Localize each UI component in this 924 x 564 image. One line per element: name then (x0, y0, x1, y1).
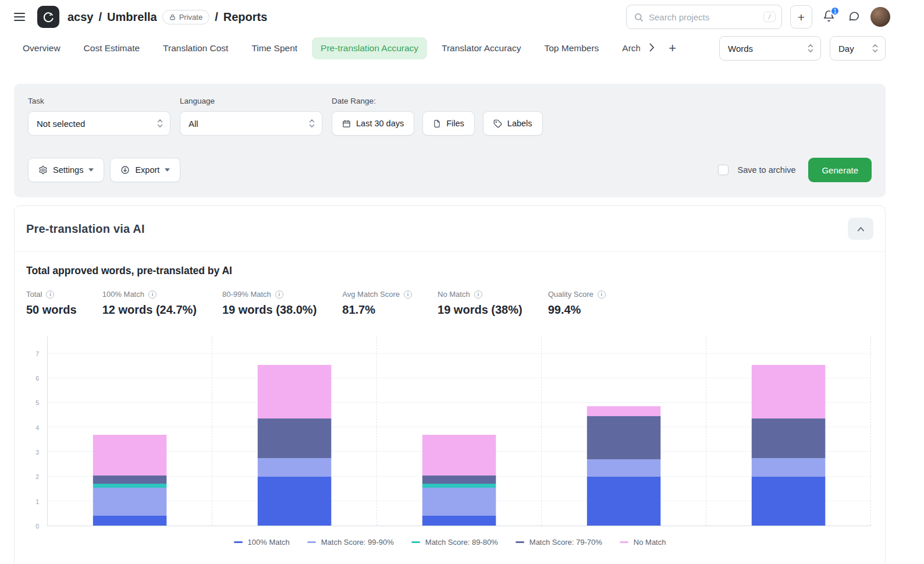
chevron-right-icon (649, 43, 655, 52)
topbar-actions: / + 1 (626, 5, 890, 29)
chart-legend: 100% MatchMatch Score: 99-90%Match Score… (26, 538, 873, 547)
legend-item-match-score-89-80[interactable]: Match Score: 89-80% (411, 538, 498, 547)
language-label: Language (180, 97, 322, 105)
bar-segment-100-match (422, 516, 496, 526)
tab-time-spent[interactable]: Time Spent (243, 37, 306, 59)
stat-no-match: No Matchi19 words (38%) (438, 290, 523, 317)
tab-translator-accuracy[interactable]: Translator Accuracy (433, 37, 529, 59)
stat-label: No Matchi (438, 290, 523, 299)
stacked-bar-3[interactable] (422, 336, 496, 526)
stat-value: 81.7% (342, 303, 412, 317)
y-tick-label: 6 (35, 375, 39, 382)
stat-100-match: 100% Matchi12 words (24.7%) (102, 290, 197, 317)
info-icon[interactable]: i (598, 290, 606, 299)
date-range-group: Date Range: Last 30 days Files Labels (332, 97, 543, 136)
save-to-archive-checkbox[interactable] (718, 165, 728, 175)
unit-select-value: Words (728, 44, 753, 54)
stat-value: 19 words (38.0%) (222, 303, 317, 317)
chart-subtitle: Total approved words, pre-translated by … (26, 265, 873, 277)
tab-pre-translation-accuracy[interactable]: Pre-translation Accuracy (312, 37, 427, 59)
report-card-body: Total approved words, pre-translated by … (15, 252, 885, 547)
stat-value: 99.4% (548, 303, 606, 317)
app-logo[interactable] (37, 6, 59, 28)
legend-item-match-score-79-70[interactable]: Match Score: 79-70% (516, 538, 602, 547)
info-icon[interactable]: i (275, 290, 283, 299)
private-badge: Private (162, 10, 209, 24)
stat-value: 19 words (38%) (438, 303, 523, 317)
notifications-button[interactable]: 1 (820, 8, 837, 26)
filter-row-1: Task Not selected Language All Date Rang… (28, 97, 872, 136)
bar-segment-100-match (752, 477, 826, 526)
breadcrumb-org[interactable]: acsy (67, 10, 94, 24)
info-icon[interactable]: i (148, 290, 157, 299)
unit-select[interactable]: Words (719, 36, 821, 61)
info-icon[interactable]: i (46, 290, 54, 299)
bar-segment-match-score-79-70 (258, 418, 332, 458)
bar-segment-match-score-99-90 (93, 488, 167, 516)
export-button[interactable]: Export (110, 158, 180, 182)
stat-label: Quality Scorei (548, 290, 606, 299)
files-button[interactable]: Files (422, 111, 475, 136)
stacked-bar-1[interactable] (93, 336, 167, 526)
updown-caret-icon (309, 119, 315, 128)
search-icon (634, 12, 644, 22)
legend-swatch (307, 541, 316, 543)
legend-swatch (516, 541, 524, 543)
legend-label: Match Score: 79-70% (529, 538, 602, 547)
stat-value: 50 words (26, 303, 77, 317)
info-icon[interactable]: i (474, 290, 482, 299)
tag-icon (493, 119, 502, 128)
create-button[interactable]: + (790, 5, 812, 29)
tab-arch[interactable]: Arch (613, 37, 640, 59)
labels-button[interactable]: Labels (483, 111, 543, 136)
bar-segment-no-match (587, 406, 661, 416)
chart-slot-3 (377, 336, 542, 526)
bar-segment-match-score-99-90 (752, 458, 826, 477)
messages-button[interactable] (845, 8, 862, 26)
task-select[interactable]: Not selected (28, 111, 170, 136)
logo-icon (42, 10, 55, 23)
chart-slot-1 (48, 336, 212, 526)
language-select[interactable]: All (180, 111, 322, 136)
legend-item-match-score-99-90[interactable]: Match Score: 99-90% (307, 538, 394, 547)
settings-button[interactable]: Settings (28, 158, 104, 182)
info-icon[interactable]: i (404, 290, 412, 299)
caret-down-icon (88, 168, 94, 172)
chart-slot-2 (212, 336, 377, 526)
search-shortcut-hint: / (763, 12, 776, 22)
tabs-overflow-button[interactable] (646, 40, 658, 57)
file-icon (433, 119, 441, 128)
chart-plot-area (47, 336, 871, 526)
bar-segment-no-match (258, 365, 332, 419)
period-select[interactable]: Day (830, 36, 886, 61)
generate-button[interactable]: Generate (808, 158, 872, 182)
tab-translation-cost[interactable]: Translation Cost (154, 37, 237, 59)
hamburger-menu-button[interactable] (14, 9, 29, 24)
search-box[interactable]: / (626, 5, 782, 29)
settings-button-label: Settings (53, 165, 83, 175)
search-input[interactable] (649, 12, 758, 22)
date-range-button[interactable]: Last 30 days (332, 111, 414, 136)
breadcrumb-separator-2: / (215, 10, 218, 24)
updown-caret-icon (808, 44, 813, 53)
avatar[interactable] (870, 7, 890, 27)
stacked-bar-4[interactable] (587, 336, 661, 526)
legend-item-no-match[interactable]: No Match (620, 538, 666, 547)
tab-cost-estimate[interactable]: Cost Estimate (75, 37, 148, 59)
stat-value: 12 words (24.7%) (102, 303, 197, 317)
stacked-bar-5[interactable] (752, 336, 826, 526)
tab-overview[interactable]: Overview (14, 37, 69, 59)
filter-panel: Task Not selected Language All Date Rang… (14, 84, 886, 197)
task-filter-group: Task Not selected (28, 97, 170, 136)
date-range-label: Date Range: (332, 97, 543, 105)
stacked-bar-chart: 01234567 (29, 336, 871, 526)
breadcrumb: acsy / Umbrella Private / Reports (67, 10, 267, 24)
stat-label: Totali (26, 290, 77, 299)
legend-label: Match Score: 99-90% (321, 538, 394, 547)
stacked-bar-2[interactable] (258, 336, 332, 526)
collapse-card-button[interactable] (848, 218, 873, 240)
add-report-tab-button[interactable]: + (664, 38, 681, 58)
legend-item-100-match[interactable]: 100% Match (234, 538, 290, 547)
tab-top-members[interactable]: Top Members (535, 37, 607, 59)
breadcrumb-project[interactable]: Umbrella (107, 10, 157, 24)
